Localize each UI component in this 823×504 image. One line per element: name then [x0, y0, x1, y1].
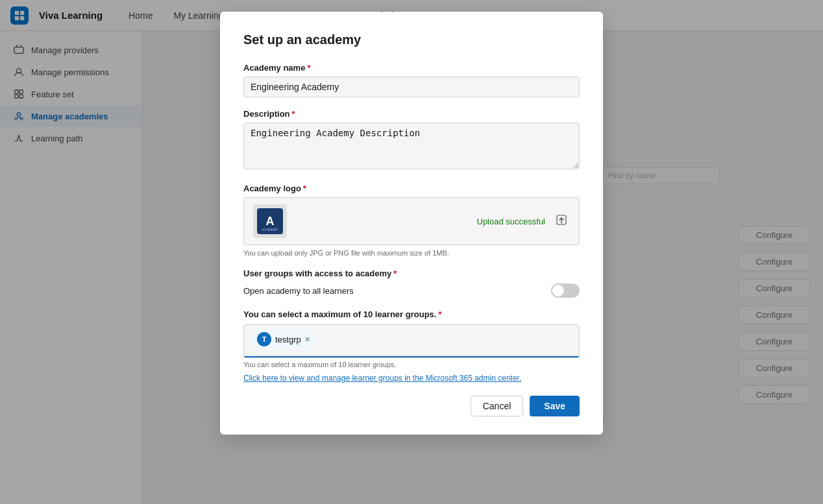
modal-overlay: Set up an academy Academy name * Descrip… [0, 0, 823, 504]
toggle-knob [552, 285, 564, 296]
modal-title: Set up an academy [243, 32, 580, 47]
academy-name-input[interactable] [243, 77, 580, 97]
max-groups-group: You can select a maximum of 10 learner g… [243, 309, 580, 383]
required-star-max: * [438, 309, 441, 319]
save-button[interactable]: Save [530, 396, 580, 416]
user-groups-group: User groups with access to academy * Ope… [243, 269, 580, 298]
description-group: Description * Engineering Academy Descri… [243, 109, 580, 172]
admin-center-link[interactable]: Click here to view and manage learner gr… [243, 374, 580, 383]
required-star-desc: * [292, 109, 295, 119]
academy-name-label: Academy name * [243, 63, 580, 73]
required-star-logo: * [303, 184, 306, 193]
group-remove-button[interactable]: × [305, 335, 310, 344]
required-star: * [307, 63, 310, 73]
open-academy-row: Open academy to all learners [243, 283, 580, 298]
modal-set-up-academy: Set up an academy Academy name * Descrip… [220, 12, 603, 435]
logo-preview: A ACADEMY [253, 204, 287, 238]
open-academy-label: Open academy to all learners [243, 286, 354, 296]
cancel-button[interactable]: Cancel [471, 396, 524, 416]
group-name: testgrp [275, 335, 301, 344]
svg-text:A: A [266, 215, 275, 228]
groups-input-area[interactable]: T testgrp × [243, 324, 580, 358]
svg-text:ACADEMY: ACADEMY [262, 228, 278, 232]
group-avatar: T [257, 332, 271, 346]
logo-label: Academy logo * [243, 184, 580, 193]
group-tag-testgrp: T testgrp × [251, 330, 317, 348]
user-groups-label: User groups with access to academy * [243, 269, 580, 278]
required-star-groups: * [393, 269, 397, 278]
modal-footer: Cancel Save [243, 396, 580, 416]
upload-hint: You can upload only JPG or PNG file with… [243, 249, 580, 257]
upload-icon-button[interactable] [553, 211, 570, 231]
description-input[interactable]: Engineering Academy Description [243, 123, 580, 169]
max-groups-label: You can select a maximum of 10 learner g… [243, 309, 580, 319]
open-academy-toggle[interactable] [551, 283, 580, 298]
academy-name-group: Academy name * [243, 63, 580, 97]
logo-group: Academy logo * A ACADEMY Upload successf… [243, 184, 580, 257]
upload-status: Upload successful [295, 217, 545, 226]
logo-upload-area: A ACADEMY Upload successful [243, 197, 580, 245]
hint-text: You can select a maximum of 10 learner g… [243, 361, 580, 368]
description-label: Description * [243, 109, 580, 119]
